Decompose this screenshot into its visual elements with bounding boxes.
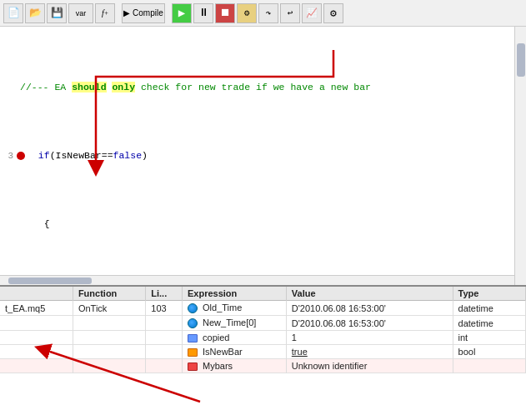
expr-text: IsNewBar bbox=[203, 347, 243, 357]
var-icon-globe bbox=[188, 318, 198, 328]
col-function: Function bbox=[73, 287, 145, 301]
breakpoint-dot[interactable] bbox=[17, 152, 25, 160]
step-over-btn[interactable]: ↷ bbox=[258, 3, 278, 23]
col-expression: Expression bbox=[182, 287, 286, 301]
cell-file bbox=[0, 345, 73, 359]
cell-file bbox=[0, 331, 73, 345]
col-file bbox=[0, 287, 73, 301]
cell-expression: copied bbox=[182, 331, 286, 345]
func-btn[interactable]: f+ bbox=[95, 3, 115, 23]
cell-function bbox=[73, 359, 145, 373]
var-icon-rect-orange bbox=[188, 348, 198, 357]
settings-btn[interactable]: ⚙ bbox=[323, 3, 343, 23]
toolbar: 📄 📂 💾 var f+ ▶ Compile ▶ ⏸ ⏹ ⚙ ↷ ↩ 📈 ⚙ bbox=[0, 0, 526, 27]
expr-text: Old_Time bbox=[203, 302, 242, 312]
cell-value: 1 bbox=[286, 331, 453, 345]
var-btn[interactable]: var bbox=[68, 3, 93, 23]
cell-file bbox=[0, 316, 73, 331]
cell-function bbox=[73, 345, 145, 359]
cell-type: int bbox=[453, 331, 525, 345]
compile-btn[interactable]: ▶ Compile bbox=[122, 3, 165, 23]
cell-function bbox=[73, 331, 145, 345]
cell-type: datetime bbox=[453, 316, 525, 331]
cell-type: bool bbox=[453, 345, 525, 359]
open-file-btn[interactable]: 📂 bbox=[25, 3, 45, 23]
value-text: true bbox=[292, 347, 308, 357]
cell-value: true bbox=[286, 345, 453, 359]
col-type: Type bbox=[453, 287, 525, 301]
cell-line bbox=[146, 331, 183, 345]
expr-text: New_Time[0] bbox=[203, 318, 256, 328]
cell-value: D'2010.06.08 16:53:00' bbox=[286, 316, 453, 331]
cell-function bbox=[73, 316, 145, 331]
debug-row: copied 1 int bbox=[0, 331, 526, 345]
vertical-scrollbar[interactable] bbox=[514, 27, 526, 285]
expr-text: Mybars bbox=[203, 361, 233, 371]
var-icon-rect-red bbox=[188, 362, 198, 371]
cell-line bbox=[146, 345, 183, 359]
cell-line bbox=[146, 359, 183, 373]
line-num: 3 bbox=[3, 149, 17, 162]
hscroll-thumb[interactable] bbox=[8, 278, 92, 284]
debug-btn[interactable]: ⚙ bbox=[237, 3, 257, 23]
cell-expression: IsNewBar bbox=[182, 345, 286, 359]
cell-line bbox=[146, 316, 183, 331]
code-text: if(IsNewBar==false) bbox=[27, 149, 148, 162]
new-file-btn[interactable]: 📄 bbox=[3, 3, 23, 23]
debug-row: IsNewBar true bool bbox=[0, 345, 526, 359]
pause-btn[interactable]: ⏸ bbox=[193, 3, 213, 23]
cell-value-error: Unknown identifier bbox=[286, 359, 453, 373]
cell-value: D'2010.06.08 16:53:00' bbox=[286, 301, 453, 316]
cell-expression: New_Time[0] bbox=[182, 316, 286, 331]
vscroll-thumb[interactable] bbox=[517, 43, 525, 77]
debug-row: New_Time[0] D'2010.06.08 16:53:00' datet… bbox=[0, 316, 526, 331]
code-line: //--- EA should only check for new trade… bbox=[0, 80, 514, 95]
cell-expression: Old_Time bbox=[182, 301, 286, 316]
cell-file: t_EA.mq5 bbox=[0, 301, 73, 316]
debug-row: t_EA.mq5 OnTick 103 Old_Time D'2010.06.0… bbox=[0, 301, 526, 316]
code-area: //--- EA should only check for new trade… bbox=[0, 27, 526, 285]
cell-line: 103 bbox=[146, 301, 183, 316]
chart-btn[interactable]: 📈 bbox=[302, 3, 322, 23]
stop-btn[interactable]: ⏹ bbox=[215, 3, 235, 23]
col-line: Li... bbox=[146, 287, 183, 301]
debug-table-header: Function Li... Expression Value Type bbox=[0, 287, 526, 301]
var-icon-rect-blue bbox=[188, 334, 198, 342]
code-line: { bbox=[0, 217, 514, 232]
cell-function: OnTick bbox=[73, 301, 145, 316]
col-value: Value bbox=[286, 287, 453, 301]
code-line: 3 if(IsNewBar==false) bbox=[0, 148, 514, 163]
var-icon-globe bbox=[188, 303, 198, 313]
code-editor[interactable]: //--- EA should only check for new trade… bbox=[0, 27, 514, 275]
cell-type bbox=[453, 359, 525, 373]
debug-panel: Function Li... Expression Value Type t_E… bbox=[0, 285, 526, 420]
cell-type: datetime bbox=[453, 301, 525, 316]
run-btn[interactable]: ▶ bbox=[172, 3, 192, 23]
code-text: { bbox=[27, 218, 50, 231]
step-in-btn[interactable]: ↩ bbox=[280, 3, 300, 23]
debug-table: Function Li... Expression Value Type t_E… bbox=[0, 287, 526, 373]
cell-expression: Mybars bbox=[182, 359, 286, 373]
cell-file bbox=[0, 359, 73, 373]
expr-text: copied bbox=[203, 332, 229, 342]
horizontal-scrollbar[interactable] bbox=[0, 275, 514, 285]
code-text: //--- EA should only check for new trade… bbox=[20, 81, 371, 94]
save-btn[interactable]: 💾 bbox=[47, 3, 67, 23]
debug-row-error: Mybars Unknown identifier bbox=[0, 359, 526, 373]
